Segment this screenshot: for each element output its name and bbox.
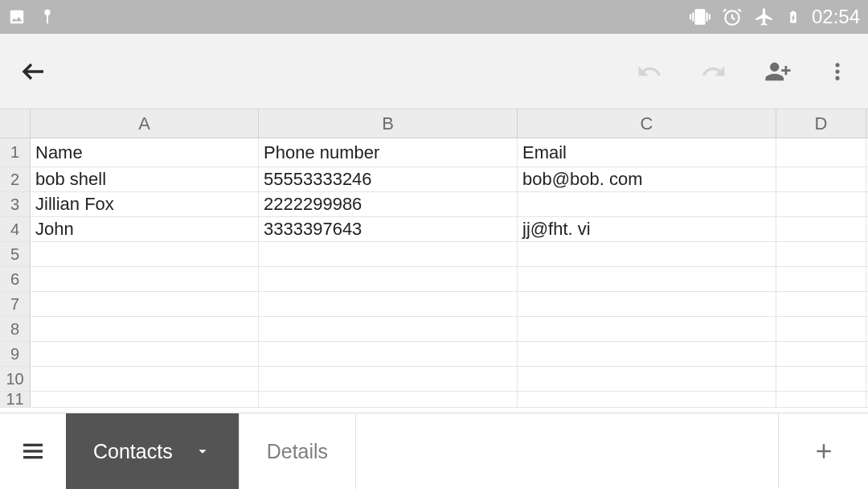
col-header-D[interactable]: D [776,109,866,138]
tab-label: Contacts [93,440,173,463]
cell[interactable] [518,342,776,366]
cell[interactable] [31,392,259,407]
cell[interactable] [259,292,518,316]
cell[interactable] [518,192,776,216]
cell[interactable] [31,367,259,391]
back-button[interactable] [19,57,48,86]
cell[interactable]: bob@bob. com [518,167,776,191]
table-row: 1 Name Phone number Email [0,138,868,167]
cell[interactable]: Phone number [259,138,518,166]
table-row: 6 [0,267,868,292]
row-header[interactable]: 1 [0,138,31,166]
cell[interactable] [31,267,259,291]
cell[interactable] [776,167,866,191]
cell[interactable]: Email [518,138,776,166]
all-sheets-button[interactable] [0,413,66,489]
cell[interactable] [259,367,518,391]
cell[interactable] [776,292,866,316]
cell[interactable]: John [31,217,259,241]
row-header[interactable]: 9 [0,342,31,366]
cell[interactable] [776,342,866,366]
cell[interactable] [776,192,866,216]
cell[interactable] [518,392,776,407]
cell[interactable] [31,317,259,341]
sheet-tab-bar: Contacts Details [0,413,868,489]
corner-cell[interactable] [0,109,31,138]
tab-contacts[interactable]: Contacts [66,413,240,489]
cell[interactable]: 3333397643 [259,217,518,241]
cell[interactable] [776,138,866,166]
cell[interactable] [259,267,518,291]
row-header[interactable]: 10 [0,367,31,391]
cell[interactable] [776,242,866,266]
cell[interactable] [31,292,259,316]
add-sheet-button[interactable] [778,413,868,489]
tab-label: Details [267,440,328,463]
cell[interactable]: jj@fht. vi [518,217,776,241]
cell[interactable] [776,267,866,291]
row-header[interactable]: 4 [0,217,31,241]
table-row: 2 bob shell 55553333246 bob@bob. com [0,167,868,192]
cell[interactable] [31,242,259,266]
svg-rect-1 [47,14,48,23]
cell[interactable] [518,242,776,266]
battery-charging-icon [786,6,800,27]
cell[interactable] [259,317,518,341]
cell[interactable]: bob shell [31,167,259,191]
redo-button[interactable] [698,59,730,84]
cell[interactable] [518,367,776,391]
status-time: 02:54 [812,6,860,28]
cell[interactable] [518,267,776,291]
cell[interactable]: Name [31,138,259,166]
col-header-C[interactable]: C [518,109,776,138]
cell[interactable] [776,367,866,391]
tab-details[interactable]: Details [240,413,356,489]
svg-point-4 [835,69,839,73]
svg-point-0 [44,10,50,15]
table-row: 9 [0,342,868,367]
row-header[interactable]: 3 [0,192,31,216]
alarm-icon [722,6,743,27]
more-options-button[interactable] [826,58,849,85]
svg-point-5 [835,76,839,80]
row-header[interactable]: 2 [0,167,31,191]
cell[interactable] [776,217,866,241]
cell[interactable] [518,292,776,316]
undo-button[interactable] [633,59,665,84]
row-header[interactable]: 6 [0,267,31,291]
add-person-button[interactable] [762,58,794,85]
spreadsheet-grid: 1 Name Phone number Email 2 bob shell 55… [0,138,868,408]
cell[interactable] [259,392,518,407]
image-notification-icon [8,8,26,26]
android-debug-icon [39,8,56,26]
svg-rect-8 [23,456,43,458]
table-row: 11 [0,392,868,408]
cell[interactable] [259,242,518,266]
cell[interactable]: Jillian Fox [31,192,259,216]
row-header[interactable]: 5 [0,242,31,266]
row-header[interactable]: 8 [0,317,31,341]
cell[interactable]: 55553333246 [259,167,518,191]
cell[interactable] [259,342,518,366]
cell[interactable] [776,392,866,407]
col-header-B[interactable]: B [259,109,518,138]
cell[interactable]: 2222299986 [259,192,518,216]
table-row: 7 [0,292,868,317]
row-header[interactable]: 7 [0,292,31,316]
column-headers: A B C D [0,109,868,138]
col-header-A[interactable]: A [31,109,259,138]
table-row: 4 John 3333397643 jj@fht. vi [0,217,868,242]
cell[interactable] [31,342,259,366]
status-bar: 02:54 [0,0,868,34]
table-row: 10 [0,367,868,392]
row-header[interactable]: 11 [0,392,31,407]
app-bar [0,34,868,109]
chevron-down-icon [194,442,211,460]
cell[interactable] [776,317,866,341]
table-row: 3 Jillian Fox 2222299986 [0,192,868,217]
table-row: 5 [0,242,868,267]
vibrate-icon [690,6,710,27]
svg-rect-6 [23,444,43,446]
svg-point-3 [835,63,839,67]
cell[interactable] [518,317,776,341]
